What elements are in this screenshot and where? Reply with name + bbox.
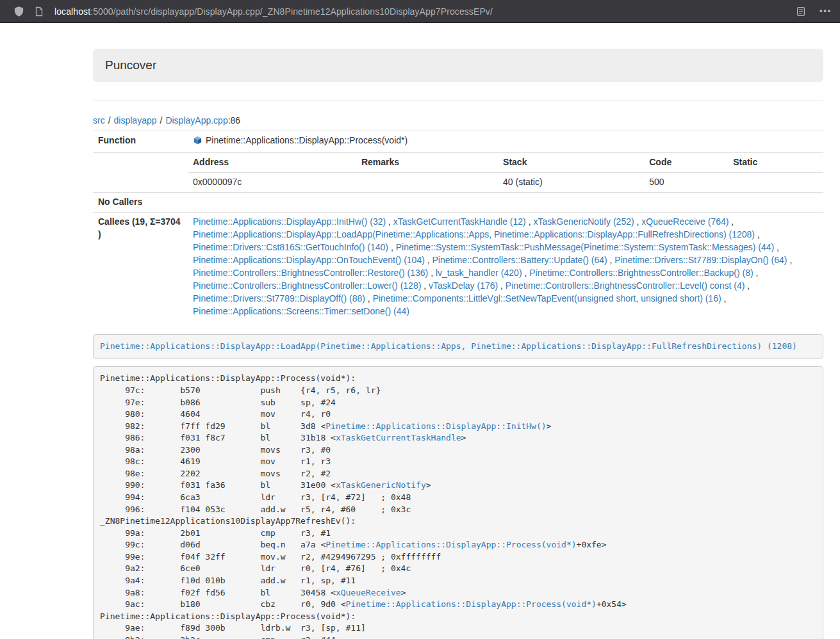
callee-link[interactable]: Pinetime::Controllers::BrightnessControl… xyxy=(193,268,428,278)
code-text: 9a2: 6ce0 ldr r0, [r4, #76] ; 0x4c xyxy=(100,563,411,573)
code-text: 97c: b570 push {r4, r5, r6, lr} xyxy=(100,385,381,395)
stats-cell: Address Remarks Stack Code Static 0x0000… xyxy=(188,152,823,192)
callee-link[interactable]: Pinetime::Applications::DisplayApp::Load… xyxy=(193,229,755,239)
code-text: _ZN8Pinetime12Applications10DisplayApp7R… xyxy=(100,516,356,526)
col-header-code: Code xyxy=(644,153,728,172)
code-text: 9ae: f89d 300b ldrb.w r3, [sp, #11] xyxy=(100,623,366,633)
code-text: 980: 4604 mov r4, r0 xyxy=(100,409,331,419)
no-callers-label: No Callers xyxy=(93,192,188,212)
code-text: 994: 6ca3 ldr r3, [r4, #72] ; 0x48 xyxy=(100,492,411,502)
no-callers-cell xyxy=(188,192,823,212)
col-header-remarks: Remarks xyxy=(356,153,498,172)
code-text: Pinetime::Applications::DisplayApp::Proc… xyxy=(100,373,356,383)
function-name-cell: Pinetime::Applications::DisplayApp::Proc… xyxy=(188,131,823,153)
code-text: 9ac: b180 cbz r0, 9d0 < xyxy=(100,599,346,609)
code-text: 98c: 4619 mov r1, r3 xyxy=(100,457,331,466)
function-cube-icon xyxy=(193,136,202,149)
stat-address: 0x0000097c xyxy=(188,172,356,191)
empty-label-cell xyxy=(93,152,188,192)
page-icon[interactable] xyxy=(35,6,44,17)
code-text: 98e: 2202 movs r2, #2 xyxy=(100,469,331,478)
code-text: 99e: f04f 32ff mov.w r2, #4294967295 ; 0… xyxy=(100,552,441,562)
callees-row: Callees (19, Σ=3704 ) Pinetime::Applicat… xyxy=(93,212,823,321)
breadcrumb-separator: / xyxy=(160,115,163,125)
address-bar[interactable]: localhost:5000/path/src/displayapp/Displ… xyxy=(54,6,786,17)
callee-link[interactable]: xTaskGenericNotify (252) xyxy=(533,216,634,227)
disassembly-listing: Pinetime::Applications::DisplayApp::Proc… xyxy=(93,366,823,639)
callee-link[interactable]: Pinetime::Controllers::BrightnessControl… xyxy=(529,268,753,278)
callee-link[interactable]: Pinetime::Drivers::Cst816S::GetTouchInfo… xyxy=(193,242,388,252)
stat-code: 500 xyxy=(644,172,728,191)
code-text: 9b2: 2b2c cmp r3, #44 xyxy=(100,635,336,639)
col-header-static: Static xyxy=(728,153,823,172)
callee-link[interactable]: lv_task_handler (420) xyxy=(436,268,522,278)
function-row-label: Function xyxy=(93,131,188,153)
callee-link[interactable]: Pinetime::Drivers::St7789::DisplayOff() … xyxy=(193,293,365,303)
code-text: 98a: 2300 movs r3, #0 xyxy=(100,445,331,455)
code-symbol-link[interactable]: Pinetime::Applications::DisplayApp::Proc… xyxy=(346,599,597,609)
no-callers-row: No Callers xyxy=(93,192,823,212)
url-path: :5000/path/src/displayapp/DisplayApp.cpp… xyxy=(90,6,493,17)
code-symbol-link[interactable]: Pinetime::Applications::DisplayApp::Proc… xyxy=(325,540,576,549)
code-text: > xyxy=(461,433,466,442)
browser-toolbar: localhost:5000/path/src/displayapp/Displ… xyxy=(0,0,840,23)
callee-link[interactable]: Pinetime::Controllers::Battery::Update()… xyxy=(432,255,607,265)
callee-link[interactable]: Pinetime::Components::LittleVgl::SetNewT… xyxy=(373,293,721,303)
breadcrumb: src/displayapp/DisplayApp.cpp:86 xyxy=(93,115,823,125)
code-text: 97e: b086 sub sp, #24 xyxy=(100,398,336,407)
breadcrumb-line-number: :86 xyxy=(228,115,240,125)
function-name: Pinetime::Applications::DisplayApp::Proc… xyxy=(206,135,408,145)
code-text: 9a8: f02f fd56 bl 30458 < xyxy=(100,588,336,597)
main-content: Puncover src/displayapp/DisplayApp.cpp:8… xyxy=(93,23,823,639)
page-title: Puncover xyxy=(105,58,156,72)
url-host: localhost xyxy=(54,6,90,17)
code-text: 9a4: f10d 010b add.w r1, sp, #11 xyxy=(100,576,356,585)
col-header-address: Address xyxy=(188,153,356,172)
code-text: 99a: 2b01 cmp r3, #1 xyxy=(100,528,331,538)
reader-view-icon[interactable] xyxy=(796,6,806,17)
breadcrumb-link-file[interactable]: DisplayApp.cpp xyxy=(165,115,227,125)
code-symbol-link[interactable]: xTaskGenericNotify xyxy=(336,480,426,490)
code-text: +0xfe> xyxy=(577,540,607,549)
callee-link[interactable]: vTaskDelay (176) xyxy=(429,280,498,291)
code-text: 982: f7ff fd29 bl 3d8 < xyxy=(100,421,325,431)
stats-table: Address Remarks Stack Code Static 0x0000… xyxy=(188,153,823,192)
code-symbol-link[interactable]: Pinetime::Applications::DisplayApp::Init… xyxy=(325,421,546,431)
callee-link[interactable]: Pinetime::Applications::Screens::Timer::… xyxy=(193,306,409,316)
code-text: 996: f104 053c add.w r5, r4, #60 ; 0x3c xyxy=(100,505,411,514)
shield-icon[interactable] xyxy=(13,6,24,17)
col-header-stack: Stack xyxy=(498,153,644,172)
breadcrumb-link-src[interactable]: src xyxy=(93,115,105,125)
breadcrumb-separator: / xyxy=(108,115,111,125)
app-header: Puncover xyxy=(93,49,823,82)
menu-dots-icon[interactable]: ⋯ xyxy=(819,5,831,17)
code-text: +0x54> xyxy=(597,599,627,609)
callee-link[interactable]: Pinetime::Applications::DisplayApp::Init… xyxy=(193,216,386,227)
highlighted-symbol-box: Pinetime::Applications::DisplayApp::Load… xyxy=(93,334,823,359)
code-text: 990: f031 fa36 bl 31e00 < xyxy=(100,480,336,490)
code-symbol-link[interactable]: xQueueReceive xyxy=(336,588,401,597)
stats-row: Address Remarks Stack Code Static 0x0000… xyxy=(93,152,823,192)
callee-link[interactable]: xQueueReceive (764) xyxy=(641,216,729,227)
stat-stack: 40 (static) xyxy=(498,172,644,191)
highlighted-symbol-link[interactable]: Pinetime::Applications::DisplayApp::Load… xyxy=(100,341,797,351)
code-text: 99c: d06d beq.n a7a < xyxy=(100,540,325,549)
callees-label: Callees (19, Σ=3704 ) xyxy=(93,212,188,321)
breadcrumb-link-displayapp[interactable]: displayapp xyxy=(114,115,157,125)
code-symbol-link[interactable]: xTaskGetCurrentTaskHandle xyxy=(336,433,461,442)
callee-link[interactable]: xTaskGetCurrentTaskHandle (12) xyxy=(393,216,526,227)
code-text: 986: f031 f8c7 bl 31b18 < xyxy=(100,433,336,442)
callee-link[interactable]: Pinetime::System::SystemTask::PushMessag… xyxy=(396,242,775,252)
stat-remarks xyxy=(356,172,498,191)
callee-link[interactable]: Pinetime::Controllers::BrightnessControl… xyxy=(193,280,421,291)
function-row: Function Pinetime::Applications::Display… xyxy=(93,131,823,153)
callees-list: Pinetime::Applications::DisplayApp::Init… xyxy=(188,212,823,321)
stats-header-row: Address Remarks Stack Code Static xyxy=(188,153,823,172)
callee-link[interactable]: Pinetime::Applications::DisplayApp::OnTo… xyxy=(193,255,425,265)
divider xyxy=(93,101,823,101)
callee-link[interactable]: Pinetime::Controllers::BrightnessControl… xyxy=(506,280,745,291)
code-text: > xyxy=(547,421,552,431)
function-table: Function Pinetime::Applications::Display… xyxy=(93,131,823,321)
callee-link[interactable]: Pinetime::Drivers::St7789::DisplayOn() (… xyxy=(614,255,787,265)
code-text: > xyxy=(401,588,406,597)
